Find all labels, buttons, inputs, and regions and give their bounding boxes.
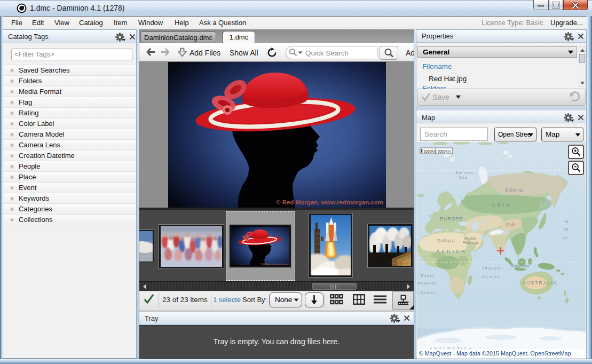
svg-text:Sea: Sea xyxy=(459,176,468,179)
svg-text:© Red Morgan, www: © Red Morgan, www xyxy=(390,262,409,265)
svg-text:Indonesia: Indonesia xyxy=(511,264,530,268)
svg-text:Siberia: Siberia xyxy=(505,187,523,193)
svg-text:5000Km: 5000Km xyxy=(438,149,451,153)
svg-text:Barents: Barents xyxy=(456,171,474,175)
svg-text:Gobi: Gobi xyxy=(506,222,516,227)
svg-text:Oc: Oc xyxy=(563,235,568,240)
svg-text:Ocean: Ocean xyxy=(482,274,501,279)
svg-text:Peninsula: Peninsula xyxy=(463,241,478,244)
svg-text:© MapQuest - Map data ©2015 Ma: © MapQuest - Map data ©2015 MapQuest, Op… xyxy=(419,350,571,357)
svg-text:AFRICA: AFRICA xyxy=(436,248,467,254)
svg-text:AUSTRALIA: AUSTRALIA xyxy=(522,280,558,286)
svg-text:1000Km: 1000Km xyxy=(424,149,437,153)
svg-text:Arabian: Arabian xyxy=(463,236,476,240)
svg-text:ASIA: ASIA xyxy=(492,202,511,208)
svg-text:Sahara: Sahara xyxy=(437,238,455,243)
svg-text:Pa: Pa xyxy=(564,227,569,232)
svg-text:Atlantic: Atlantic xyxy=(417,281,437,286)
svg-text:Ocean: Ocean xyxy=(420,290,436,295)
svg-text:Indian: Indian xyxy=(483,266,502,271)
svg-text:N: N xyxy=(565,219,569,224)
svg-text:South: South xyxy=(421,273,435,278)
svg-text:EUROPE: EUROPE xyxy=(440,216,463,221)
